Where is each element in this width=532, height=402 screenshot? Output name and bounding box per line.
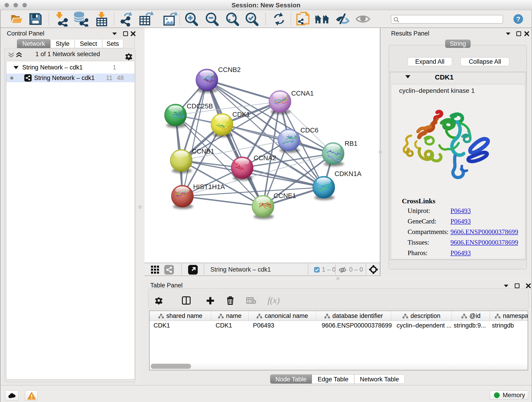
svg-text:HIST1H1A: HIST1H1A [193, 183, 225, 191]
svg-text:CDC25B: CDC25B [187, 102, 213, 110]
svg-text:CDKN1A: CDKN1A [335, 170, 361, 177]
svg-text:CCNA2: CCNA2 [254, 154, 276, 162]
svg-text:CCNA1: CCNA1 [291, 89, 314, 97]
svg-text:CDK1: CDK1 [232, 111, 250, 118]
svg-text:?: ? [516, 15, 520, 23]
svg-text:CCNB2: CCNB2 [218, 66, 241, 73]
svg-text:CCNB1: CCNB1 [192, 148, 214, 155]
svg-text:RB1: RB1 [345, 140, 357, 147]
svg-text:CCNE1: CCNE1 [273, 192, 296, 199]
svg-text:CDC6: CDC6 [300, 127, 318, 134]
